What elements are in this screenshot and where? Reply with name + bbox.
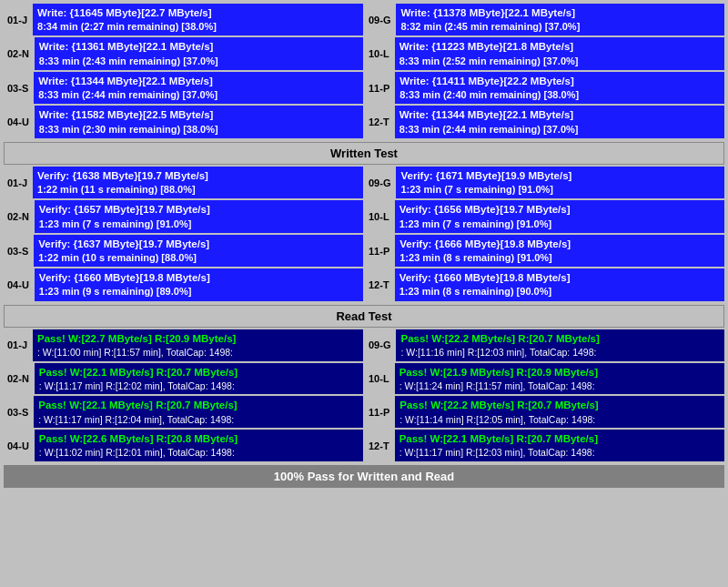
cell-10-L: 10-LVerify: {1656 MByte}[19.7 MByte/s]1:…: [365, 200, 724, 232]
cell-12-T: 12-TPass! W:[22.1 MByte/s] R:[20.7 MByte…: [365, 430, 724, 461]
cell-id-label: 02-N: [4, 37, 33, 69]
cell-09-G: 09-GPass! W:[22.2 MByte/s] R:[20.7 MByte…: [365, 329, 724, 361]
cell-line2: 8:33 min (2:52 min remaining) [37.0%]: [399, 55, 720, 68]
read-test-label: Read Test: [336, 309, 391, 323]
cell-line1: Pass! W:[22.2 MByte/s] R:[20.7 MByte/s]: [400, 331, 720, 346]
cell-line2: 1:23 min (9 s remaining) [89.0%]: [39, 285, 359, 299]
cell-line2: 1:23 min (7 s remaining) [91.0%]: [39, 218, 359, 231]
cell-id-label: 02-N: [4, 363, 33, 395]
cell-11-P: 11-PPass! W:[22.2 MByte/s] R:[20.7 MByte…: [365, 396, 724, 428]
read-section: 01-JPass! W:[22.7 MByte/s] R:[20.9 MByte…: [4, 329, 724, 461]
footer-text: 100% Pass for Written and Read: [274, 470, 454, 483]
cell-03-S: 03-SVerify: {1637 MByte}[19.7 MByte/s]1:…: [4, 235, 363, 267]
cell-content: Verify: {1638 MByte}[19.7 MByte/s]1:22 m…: [33, 167, 363, 198]
cell-id-label: 12-T: [365, 268, 393, 300]
cell-line2: 1:23 min (7 s remaining) [91.0%]: [400, 183, 720, 197]
cell-02-N: 02-NPass! W:[22.1 MByte/s] R:[20.7 MByte…: [4, 363, 363, 395]
cell-content: Verify: {1656 MByte}[19.7 MByte/s]1:23 m…: [395, 200, 724, 232]
cell-id-label: 10-L: [365, 363, 393, 395]
cell-content: Verify: {1660 MByte}[19.8 MByte/s]1:23 m…: [395, 268, 724, 300]
cell-line2: : W:[11:00 min] R:[11:57 min], TotalCap:…: [37, 346, 359, 359]
cell-content: Verify: {1660 MByte}[19.8 MByte/s]1:23 m…: [35, 268, 363, 300]
cell-12-T: 12-TVerify: {1660 MByte}[19.8 MByte/s]1:…: [365, 268, 724, 300]
cell-content: Verify: {1666 MByte}[19.8 MByte/s]1:23 m…: [395, 235, 724, 267]
cell-04-U: 04-UVerify: {1660 MByte}[19.8 MByte/s]1:…: [4, 268, 363, 300]
cell-line1: Write: {11411 MByte}[22.2 MByte/s]: [399, 74, 720, 88]
cell-content: Pass! W:[22.7 MByte/s] R:[20.9 MByte/s]:…: [33, 329, 363, 361]
cell-line2: : W:[11:24 min] R:[11:57 min], TotalCap:…: [399, 380, 720, 393]
cell-content: Write: {11645 MByte}[22.7 MByte/s]8:34 m…: [33, 4, 363, 35]
cell-line2: : W:[11:02 min] R:[12:01 min], TotalCap:…: [39, 446, 359, 460]
cell-line1: Verify: {1660 MByte}[19.8 MByte/s]: [39, 270, 359, 285]
footer-bar: 100% Pass for Written and Read: [4, 465, 724, 488]
written-test-label: Written Test: [330, 147, 398, 160]
cell-10-L: 10-LWrite: {11223 MByte}[21.8 MByte/s]8:…: [365, 37, 724, 69]
cell-id-label: 09-G: [365, 4, 394, 35]
verify-section: 01-JVerify: {1638 MByte}[19.7 MByte/s]1:…: [4, 167, 724, 301]
cell-id-label: 12-T: [365, 106, 393, 137]
cell-line1: Pass! W:[22.2 MByte/s] R:[20.7 MByte/s]: [399, 398, 720, 412]
cell-09-G: 09-GVerify: {1671 MByte}[19.9 MByte/s]1:…: [365, 167, 724, 198]
written-test-header: Written Test: [4, 142, 724, 165]
cell-line2: 8:33 min (2:44 min remaining) [37.0%]: [38, 88, 359, 102]
cell-content: Pass! W:[22.1 MByte/s] R:[20.7 MByte/s]:…: [35, 363, 363, 395]
cell-line1: Pass! W:[22.1 MByte/s] R:[20.7 MByte/s]: [39, 365, 359, 380]
cell-line1: Verify: {1657 MByte}[19.7 MByte/s]: [39, 202, 359, 217]
main-container: 01-JWrite: {11645 MByte}[22.7 MByte/s]8:…: [0, 0, 728, 491]
cell-id-label: 01-J: [4, 329, 31, 361]
cell-content: Write: {11344 MByte}[22.1 MByte/s]8:33 m…: [34, 72, 363, 104]
cell-content: Verify: {1657 MByte}[19.7 MByte/s]1:23 m…: [35, 200, 363, 232]
cell-content: Write: {11411 MByte}[22.2 MByte/s]8:33 m…: [395, 72, 724, 104]
cell-line1: Write: {11361 MByte}[22.1 MByte/s]: [39, 39, 359, 54]
cell-id-label: 12-T: [365, 430, 393, 461]
cell-line1: Verify: {1660 MByte}[19.8 MByte/s]: [399, 270, 720, 285]
cell-id-label: 04-U: [4, 268, 33, 300]
cell-line1: Write: {11378 MByte}[22.1 MByte/s]: [400, 5, 720, 20]
cell-content: Pass! W:[22.2 MByte/s] R:[20.7 MByte/s]:…: [396, 329, 724, 361]
cell-content: Pass! W:[22.6 MByte/s] R:[20.8 MByte/s]:…: [35, 430, 363, 461]
cell-id-label: 10-L: [365, 37, 393, 69]
cell-line2: 1:23 min (8 s remaining) [90.0%]: [399, 285, 720, 299]
cell-content: Write: {11582 MByte}[22.5 MByte/s]8:33 m…: [35, 106, 363, 137]
cell-id-label: 04-U: [4, 430, 33, 461]
cell-01-J: 01-JVerify: {1638 MByte}[19.7 MByte/s]1:…: [4, 167, 363, 198]
cell-content: Pass! W:[21.9 MByte/s] R:[20.9 MByte/s]:…: [395, 363, 724, 395]
cell-id-label: 11-P: [365, 235, 393, 267]
cell-line1: Verify: {1638 MByte}[19.7 MByte/s]: [37, 168, 359, 183]
cell-line2: 8:33 min (2:40 min remaining) [38.0%]: [399, 88, 720, 102]
cell-01-J: 01-JWrite: {11645 MByte}[22.7 MByte/s]8:…: [4, 4, 363, 35]
cell-content: Write: {11344 MByte}[22.1 MByte/s]8:33 m…: [395, 106, 724, 137]
cell-line2: 1:23 min (7 s remaining) [91.0%]: [399, 218, 720, 231]
cell-line2: 8:34 min (2:27 min remaining) [38.0%]: [37, 20, 359, 34]
cell-content: Verify: {1637 MByte}[19.7 MByte/s]1:22 m…: [34, 235, 363, 267]
cell-line2: 1:22 min (11 s remaining) [88.0%]: [37, 183, 359, 197]
cell-line1: Verify: {1656 MByte}[19.7 MByte/s]: [399, 202, 720, 217]
cell-id-label: 10-L: [365, 200, 393, 232]
cell-id-label: 03-S: [4, 396, 32, 428]
cell-11-P: 11-PWrite: {11411 MByte}[22.2 MByte/s]8:…: [365, 72, 724, 104]
cell-03-S: 03-SPass! W:[22.1 MByte/s] R:[20.7 MByte…: [4, 396, 363, 428]
cell-04-U: 04-UPass! W:[22.6 MByte/s] R:[20.8 MByte…: [4, 430, 363, 461]
cell-content: Write: {11361 MByte}[22.1 MByte/s]8:33 m…: [35, 37, 363, 69]
cell-line2: 1:22 min (10 s remaining) [88.0%]: [38, 251, 359, 265]
cell-id-label: 03-S: [4, 235, 32, 267]
cell-line1: Write: {11344 MByte}[22.1 MByte/s]: [38, 74, 359, 88]
cell-id-label: 09-G: [365, 167, 394, 198]
cell-content: Write: {11223 MByte}[21.8 MByte/s]8:33 m…: [395, 37, 724, 69]
cell-04-U: 04-UWrite: {11582 MByte}[22.5 MByte/s]8:…: [4, 106, 363, 137]
cell-03-S: 03-SWrite: {11344 MByte}[22.1 MByte/s]8:…: [4, 72, 363, 104]
cell-line1: Write: {11582 MByte}[22.5 MByte/s]: [39, 107, 359, 122]
cell-line2: : W:[11:16 min] R:[12:03 min], TotalCap:…: [400, 346, 720, 359]
cell-content: Pass! W:[22.1 MByte/s] R:[20.7 MByte/s]:…: [395, 430, 724, 461]
cell-10-L: 10-LPass! W:[21.9 MByte/s] R:[20.9 MByte…: [365, 363, 724, 395]
cell-line2: 1:23 min (8 s remaining) [91.0%]: [399, 251, 720, 265]
cell-id-label: 11-P: [365, 72, 393, 104]
cell-content: Write: {11378 MByte}[22.1 MByte/s]8:32 m…: [396, 4, 724, 35]
cell-line1: Write: {11645 MByte}[22.7 MByte/s]: [37, 5, 359, 20]
cell-line2: 8:33 min (2:43 min remaining) [37.0%]: [39, 55, 359, 68]
cell-id-label: 01-J: [4, 4, 31, 35]
cell-01-J: 01-JPass! W:[22.7 MByte/s] R:[20.9 MByte…: [4, 329, 363, 361]
cell-02-N: 02-NWrite: {11361 MByte}[22.1 MByte/s]8:…: [4, 37, 363, 69]
cell-id-label: 02-N: [4, 200, 33, 232]
cell-line2: : W:[11:17 min] R:[12:03 min], TotalCap:…: [399, 446, 720, 460]
